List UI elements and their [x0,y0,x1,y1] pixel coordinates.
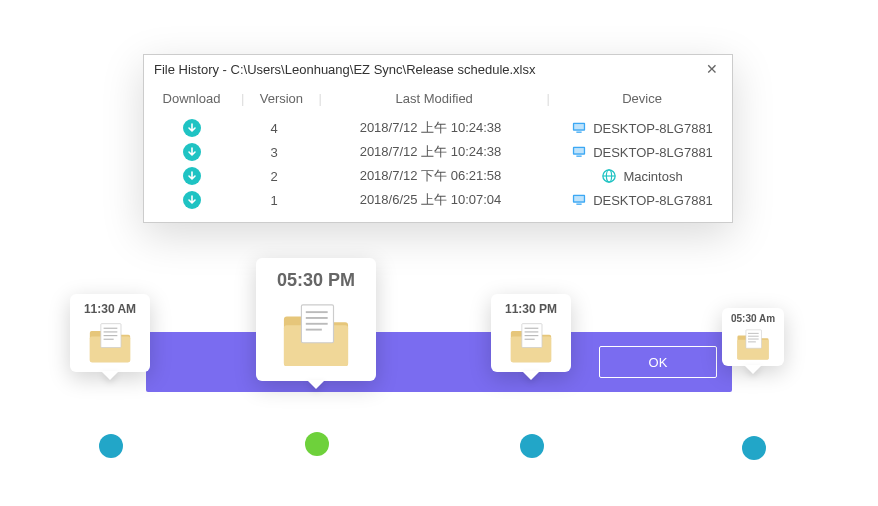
header-last-modified: Last Modified [324,87,545,110]
timeline-time: 05:30 PM [277,270,355,291]
timeline-time: 11:30 AM [84,302,136,316]
cell-last-modified: 2018/7/12 上午 10:24:38 [309,143,552,161]
cell-version: 3 [239,145,309,160]
timeline-time: 11:30 PM [505,302,557,316]
cell-device: Macintosh [552,169,732,184]
download-icon[interactable] [183,143,201,161]
globe-icon [601,169,617,183]
timeline-time: 05:30 Am [731,313,775,324]
folder-icon [278,299,354,369]
timeline-dot[interactable] [742,436,766,460]
cell-last-modified: 2018/6/25 上午 10:07:04 [309,191,552,209]
cell-device: DESKTOP-8LG7881 [552,145,732,160]
table-row: 22018/7/12 下午 06:21:58Macintosh [144,164,732,188]
timeline-card[interactable]: 05:30 Am [722,308,784,366]
header-device: Device [552,87,732,110]
timeline-bar: OK [146,332,732,392]
header-download: Download [144,87,239,110]
timeline-card[interactable]: 11:30 PM [491,294,571,372]
cell-version: 4 [239,121,309,136]
cell-version: 2 [239,169,309,184]
timeline-dot[interactable] [520,434,544,458]
table-body: 42018/7/12 上午 10:24:38DESKTOP-8LG7881320… [144,114,732,222]
table-header: Download | Version | Last Modified | Dev… [144,83,732,114]
monitor-icon [571,145,587,159]
ok-button[interactable]: OK [599,346,717,378]
download-icon[interactable] [183,191,201,209]
folder-icon [507,320,555,364]
cell-version: 1 [239,193,309,208]
cell-device: DESKTOP-8LG7881 [552,193,732,208]
download-icon[interactable] [183,119,201,137]
header-version: Version [246,87,316,110]
timeline-card[interactable]: 11:30 AM [70,294,150,372]
titlebar: File History - C:\Users\Leonhuang\EZ Syn… [144,55,732,83]
monitor-icon [571,121,587,135]
cell-last-modified: 2018/7/12 上午 10:24:38 [309,119,552,137]
download-icon[interactable] [183,167,201,185]
dialog-title: File History - C:\Users\Leonhuang\EZ Syn… [154,62,536,77]
timeline-dot[interactable] [305,432,329,456]
cell-device: DESKTOP-8LG7881 [552,121,732,136]
folder-icon [86,320,134,364]
table-row: 42018/7/12 上午 10:24:38DESKTOP-8LG7881 [144,116,732,140]
table-row: 32018/7/12 上午 10:24:38DESKTOP-8LG7881 [144,140,732,164]
cell-last-modified: 2018/7/12 下午 06:21:58 [309,167,552,185]
timeline-card[interactable]: 05:30 PM [256,258,376,381]
timeline-dot[interactable] [99,434,123,458]
monitor-icon [571,193,587,207]
table-row: 12018/6/25 上午 10:07:04DESKTOP-8LG7881 [144,188,732,212]
file-history-dialog: File History - C:\Users\Leonhuang\EZ Syn… [143,54,733,223]
folder-icon [734,327,772,361]
close-icon[interactable]: ✕ [702,61,722,77]
